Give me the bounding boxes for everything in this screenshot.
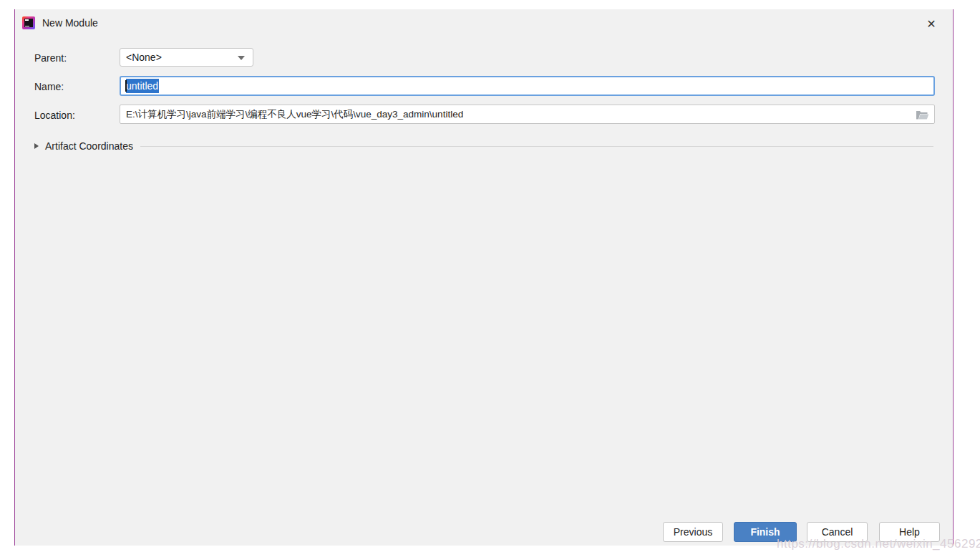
new-module-dialog: New Module ✕ Parent: <None> Name: untitl…: [14, 9, 954, 546]
close-icon[interactable]: ✕: [923, 15, 940, 32]
help-button[interactable]: Help: [879, 522, 940, 542]
parent-dropdown-value: <None>: [126, 52, 162, 63]
location-label: Location:: [34, 110, 75, 121]
title-bar: New Module ✕: [15, 9, 953, 44]
artifact-coordinates-label: Artifact Coordinates: [45, 140, 133, 152]
browse-folder-button[interactable]: [913, 109, 931, 121]
intellij-idea-logo-icon: [22, 16, 35, 29]
parent-dropdown[interactable]: <None>: [120, 48, 253, 67]
parent-label: Parent:: [34, 52, 67, 64]
text-caret: [125, 80, 127, 92]
open-folder-icon: [916, 110, 929, 120]
chevron-down-icon: [238, 56, 245, 60]
cancel-button[interactable]: Cancel: [807, 522, 868, 542]
artifact-coordinates-section-toggle[interactable]: Artifact Coordinates: [34, 140, 933, 152]
dialog-title: New Module: [42, 17, 98, 29]
location-input-value: E:\计算机学习\java前端学习\编程不良人vue学习\代码\vue_day3…: [126, 108, 463, 121]
collapsed-triangle-icon: [34, 143, 39, 149]
section-divider: [140, 146, 933, 147]
previous-button[interactable]: Previous: [663, 522, 723, 542]
name-input[interactable]: untitled: [120, 76, 935, 96]
name-label: Name:: [34, 81, 64, 92]
location-input[interactable]: E:\计算机学习\java前端学习\编程不良人vue学习\代码\vue_day3…: [120, 105, 935, 124]
name-input-value: untitled: [126, 79, 159, 93]
finish-button[interactable]: Finish: [734, 522, 797, 542]
